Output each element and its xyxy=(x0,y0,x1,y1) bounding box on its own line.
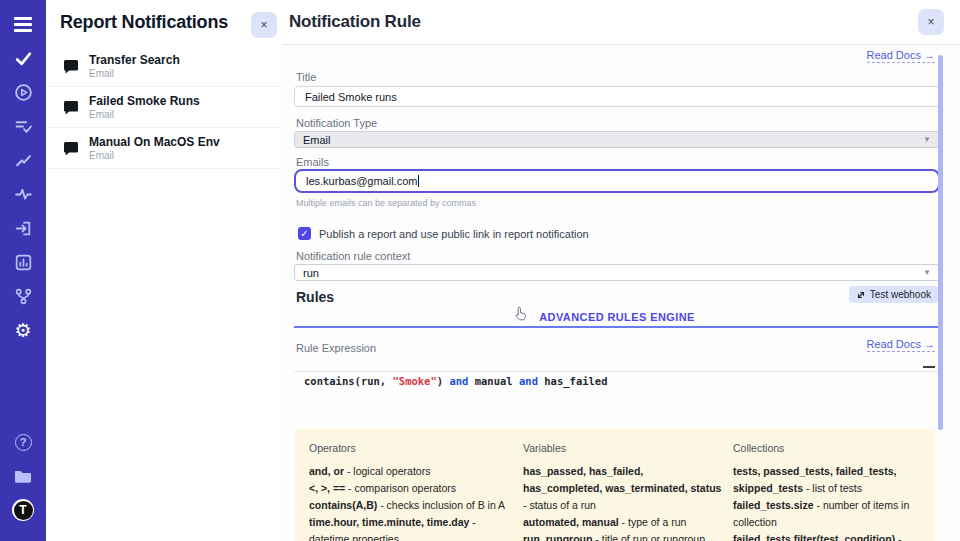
operators-heading: Operators xyxy=(309,442,515,454)
collections-heading: Collections xyxy=(733,442,921,454)
sidebar-rail: ⚙ ? T xyxy=(0,0,46,541)
task-list-icon[interactable] xyxy=(12,115,34,137)
operators-column: Operators and, or - logical operators <,… xyxy=(309,442,515,541)
notification-type-select[interactable]: Email ▼ xyxy=(294,131,940,148)
read-docs-link[interactable]: Read Docs → xyxy=(867,338,935,352)
test-webhook-button[interactable]: Test webhook xyxy=(849,286,938,303)
checkbox-checked-icon[interactable] xyxy=(298,227,311,240)
settings-gear-icon[interactable]: ⚙ xyxy=(12,319,34,341)
help-icon[interactable]: ? xyxy=(12,431,34,453)
title-value: Failed Smoke runs xyxy=(305,91,397,103)
code-token: and xyxy=(519,375,538,387)
code-token: has_failed xyxy=(538,375,608,387)
emails-label: Emails xyxy=(296,156,329,168)
hamburger-menu-icon[interactable] xyxy=(12,13,34,35)
code-token: contains(run, xyxy=(304,375,393,387)
help-entry: has_passed, has_failed, has_completed, w… xyxy=(523,463,725,514)
chat-bubble-icon xyxy=(62,99,80,116)
item-subtitle: Email xyxy=(89,150,220,161)
tab-advanced-rules-engine[interactable]: ADVANCED RULES ENGINE xyxy=(539,308,695,323)
read-docs-link[interactable]: Read Docs → xyxy=(867,49,935,63)
variables-heading: Variables xyxy=(523,442,725,454)
help-entry: time.hour, time.minute, time.day - datet… xyxy=(309,514,515,541)
emails-input[interactable]: les.kurbas@gmail.com xyxy=(294,169,940,193)
activity-pulse-icon[interactable] xyxy=(12,183,34,205)
help-entry: failed_tests.size - number of items in c… xyxy=(733,497,921,531)
help-entry: contains(A,B) - checks inclusion of B in… xyxy=(309,497,515,514)
rule-expression-label: Rule Expression xyxy=(296,342,376,354)
code-token: manual xyxy=(468,375,519,387)
bar-chart-icon[interactable] xyxy=(12,251,34,273)
rules-tabbar: ADVANCED RULES ENGINE xyxy=(294,307,940,328)
item-title: Manual On MacOS Env xyxy=(89,135,220,149)
panel-title: Report Notifications xyxy=(60,12,228,33)
code-token: ) xyxy=(437,375,450,387)
context-label: Notification rule context xyxy=(296,250,410,262)
check-icon[interactable] xyxy=(12,47,34,69)
code-token: "Smoke" xyxy=(393,375,437,387)
notification-rule-form: Notification Rule × Read Docs → Title Fa… xyxy=(282,0,960,541)
help-entry: failed_tests.filter(test, condition) - f… xyxy=(733,531,921,541)
play-circle-icon[interactable] xyxy=(12,81,34,103)
help-entry: run, rungroup - title of run or rungroup xyxy=(523,531,725,541)
diagonal-arrows-icon xyxy=(856,290,866,300)
chevron-down-icon: ▼ xyxy=(923,268,931,277)
chat-bubble-icon xyxy=(62,58,80,75)
item-subtitle: Email xyxy=(89,68,180,79)
rule-expression-editor[interactable]: contains(run, "Smoke") and manual and ha… xyxy=(294,371,942,387)
list-item[interactable]: Failed Smoke Runs Email xyxy=(46,87,282,128)
page-title: Notification Rule xyxy=(289,12,421,32)
sign-in-icon[interactable] xyxy=(12,217,34,239)
test-webhook-label: Test webhook xyxy=(870,289,931,300)
help-entry: tests, passed_tests, failed_tests, skipp… xyxy=(733,463,921,497)
folder-icon[interactable] xyxy=(12,465,34,487)
title-label: Title xyxy=(296,71,316,83)
notification-type-label: Notification Type xyxy=(296,117,377,129)
help-entry: <, >, == - comparison operators xyxy=(309,480,515,497)
variables-column: Variables has_passed, has_failed, has_co… xyxy=(523,442,725,541)
git-fork-icon[interactable] xyxy=(12,285,34,307)
help-entry: automated, manual - type of a run xyxy=(523,514,725,531)
context-value: run xyxy=(303,267,319,279)
notification-list: Transfer Search Email Failed Smoke Runs … xyxy=(46,46,282,169)
collections-column: Collections tests, passed_tests, failed_… xyxy=(733,442,921,541)
publish-checkbox-row[interactable]: Publish a report and use public link in … xyxy=(298,227,589,240)
report-notifications-panel: Report Notifications × Transfer Search E… xyxy=(46,0,282,541)
list-item[interactable]: Transfer Search Email xyxy=(46,46,282,87)
help-entry: and, or - logical operators xyxy=(309,463,515,480)
app-logo[interactable]: T xyxy=(12,499,34,521)
rules-heading: Rules xyxy=(296,289,334,305)
list-item[interactable]: Manual On MacOS Env Email xyxy=(46,128,282,169)
chevron-down-icon: ▼ xyxy=(923,135,931,144)
expression-help-panel: Operators and, or - logical operators <,… xyxy=(295,429,935,541)
app-window: ⚙ ? T Report Notifications × Transfer Se… xyxy=(0,0,960,541)
code-token: and xyxy=(449,375,468,387)
notification-type-value: Email xyxy=(303,134,331,146)
item-title: Failed Smoke Runs xyxy=(89,94,200,108)
chat-bubble-icon xyxy=(62,140,80,157)
item-subtitle: Email xyxy=(89,109,200,120)
text-caret xyxy=(418,175,419,187)
form-close-button[interactable]: × xyxy=(918,9,944,35)
publish-checkbox-label: Publish a report and use public link in … xyxy=(319,228,589,240)
title-input[interactable]: Failed Smoke runs xyxy=(294,86,940,107)
item-title: Transfer Search xyxy=(89,53,180,67)
trend-steps-icon[interactable] xyxy=(12,149,34,171)
panel-close-button[interactable]: × xyxy=(251,12,277,38)
mouse-cursor xyxy=(514,306,527,325)
emails-hint: Multiple emails can be separated by comm… xyxy=(296,198,476,208)
vertical-scrollbar[interactable] xyxy=(938,55,943,430)
emails-value: les.kurbas@gmail.com xyxy=(306,175,417,187)
context-select[interactable]: run ▼ xyxy=(294,264,940,281)
resize-handle[interactable] xyxy=(923,366,935,368)
